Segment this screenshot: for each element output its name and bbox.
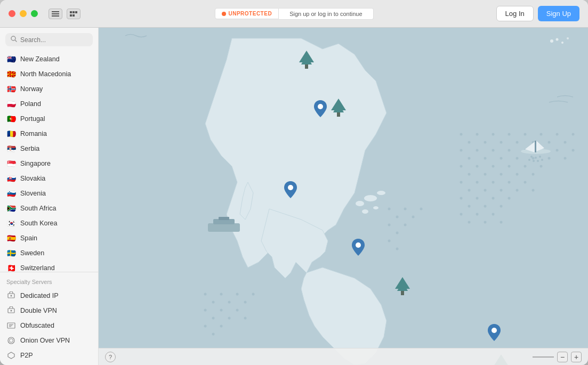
svg-point-147 <box>318 104 323 109</box>
svg-point-92 <box>204 309 207 312</box>
svg-point-114 <box>362 209 368 214</box>
country-flag: 🇨🇭 <box>6 263 16 272</box>
svg-point-48 <box>556 149 559 152</box>
specialty-list-item[interactable]: P2P <box>0 348 98 363</box>
minimize-button[interactable] <box>20 10 27 17</box>
country-list-item[interactable]: 🇸🇰Slovakia <box>0 171 98 186</box>
search-input[interactable] <box>20 36 87 44</box>
svg-point-47 <box>548 157 551 160</box>
country-name: Serbia <box>20 145 39 152</box>
login-button[interactable]: Log In <box>496 6 534 21</box>
svg-point-109 <box>388 240 391 242</box>
svg-point-27 <box>508 133 511 136</box>
country-list-item[interactable]: 🇵🇱Poland <box>0 96 98 111</box>
svg-point-23 <box>476 133 479 136</box>
specialty-title: Specialty Servers <box>0 277 98 288</box>
zoom-line <box>533 356 554 358</box>
map-bottom-bar: ? − + <box>99 348 588 365</box>
svg-line-9 <box>15 40 17 42</box>
country-flag: 🇰🇷 <box>6 218 16 228</box>
country-list-item[interactable]: 🇲🇰North Macedonia <box>0 67 98 82</box>
svg-point-133 <box>535 157 537 159</box>
zoom-out-button[interactable]: − <box>557 352 568 362</box>
maximize-button[interactable] <box>31 10 38 17</box>
svg-point-8 <box>11 36 15 40</box>
p2p-icon <box>6 351 16 360</box>
svg-point-95 <box>228 317 231 320</box>
svg-point-66 <box>492 181 495 184</box>
country-list-item[interactable]: 🇸🇬Singapore <box>0 156 98 171</box>
specialty-list-item[interactable]: Onion Over VPN <box>0 333 98 348</box>
svg-point-134 <box>539 156 541 158</box>
svg-point-64 <box>476 181 479 184</box>
svg-point-90 <box>244 301 247 304</box>
svg-point-32 <box>548 141 551 144</box>
svg-point-28 <box>516 141 519 144</box>
country-flag: 🇸🇰 <box>6 174 16 183</box>
svg-point-142 <box>550 39 553 43</box>
svg-point-104 <box>388 224 391 226</box>
specialty-list-item[interactable]: Double VPN <box>0 303 98 318</box>
country-name: North Macedonia <box>20 70 71 78</box>
status-indicator <box>222 12 226 16</box>
help-button[interactable]: ? <box>105 352 116 362</box>
country-flag: 🇸🇮 <box>6 189 16 198</box>
country-list-item[interactable]: 🇰🇷South Korea <box>0 216 98 231</box>
svg-point-49 <box>564 157 567 160</box>
country-name: Norway <box>20 85 43 93</box>
specialty-item-name: Onion Over VPN <box>20 337 70 344</box>
specialty-list-item[interactable]: Dedicated IP <box>0 288 98 303</box>
svg-rect-4 <box>73 11 75 13</box>
svg-point-135 <box>528 159 530 161</box>
svg-point-51 <box>460 165 463 168</box>
country-list-item[interactable]: 🇳🇿New Zealand <box>0 52 98 67</box>
svg-point-26 <box>500 141 503 144</box>
titlebar-center: UNPROTECTED Sign up or log in to continu… <box>215 8 374 20</box>
svg-point-25 <box>492 133 495 136</box>
specialty-list-item[interactable]: Obfuscated <box>0 318 98 333</box>
svg-point-19 <box>10 339 13 343</box>
svg-point-144 <box>561 42 563 44</box>
svg-point-97 <box>244 317 247 320</box>
zoom-in-button[interactable]: + <box>571 352 582 362</box>
svg-point-24 <box>484 141 487 144</box>
svg-point-29 <box>524 133 527 136</box>
svg-point-62 <box>460 181 463 184</box>
country-list-item[interactable]: 🇷🇸Serbia <box>0 141 98 156</box>
country-list-item[interactable]: 🇸🇮Slovenia <box>0 186 98 201</box>
signup-button[interactable]: Sign Up <box>538 6 579 21</box>
app-window: UNPROTECTED Sign up or log in to continu… <box>0 0 588 365</box>
svg-point-101 <box>388 208 391 210</box>
close-button[interactable] <box>9 10 15 17</box>
list-toggle-button[interactable] <box>67 9 80 19</box>
country-name: Romania <box>20 130 47 137</box>
zoom-controls: − + <box>533 352 582 362</box>
status-text: UNPROTECTED <box>229 11 272 17</box>
country-list-item[interactable]: 🇷🇴Romania <box>0 126 98 141</box>
world-map <box>99 28 588 365</box>
search-box[interactable] <box>5 33 93 46</box>
country-list-item[interactable]: 🇸🇪Sweden <box>0 246 98 261</box>
svg-point-52 <box>468 173 471 176</box>
svg-point-43 <box>516 157 519 160</box>
svg-point-100 <box>220 325 223 328</box>
country-list-item[interactable]: 🇿🇦South Africa <box>0 201 98 216</box>
country-list: 🇳🇿New Zealand🇲🇰North Macedonia🇳🇴Norway🇵🇱… <box>0 51 98 272</box>
svg-point-41 <box>500 157 503 160</box>
country-list-item[interactable]: 🇳🇴Norway <box>0 82 98 96</box>
main-content: 🇳🇿New Zealand🇲🇰North Macedonia🇳🇴Norway🇵🇱… <box>0 28 588 365</box>
svg-point-143 <box>556 38 559 41</box>
svg-point-70 <box>524 181 527 184</box>
svg-point-68 <box>508 181 511 184</box>
country-list-item[interactable]: 🇨🇭Switzerland <box>0 261 98 272</box>
svg-point-21 <box>460 133 463 136</box>
svg-point-103 <box>404 208 407 210</box>
svg-rect-5 <box>75 11 77 13</box>
svg-point-63 <box>468 189 471 192</box>
svg-point-78 <box>508 197 511 200</box>
svg-point-91 <box>252 293 255 296</box>
country-list-item[interactable]: 🇵🇹Portugal <box>0 111 98 126</box>
country-list-item[interactable]: 🇪🇸Spain <box>0 231 98 246</box>
sidebar-toggle-button[interactable] <box>49 9 62 19</box>
country-flag: 🇲🇰 <box>6 69 16 79</box>
